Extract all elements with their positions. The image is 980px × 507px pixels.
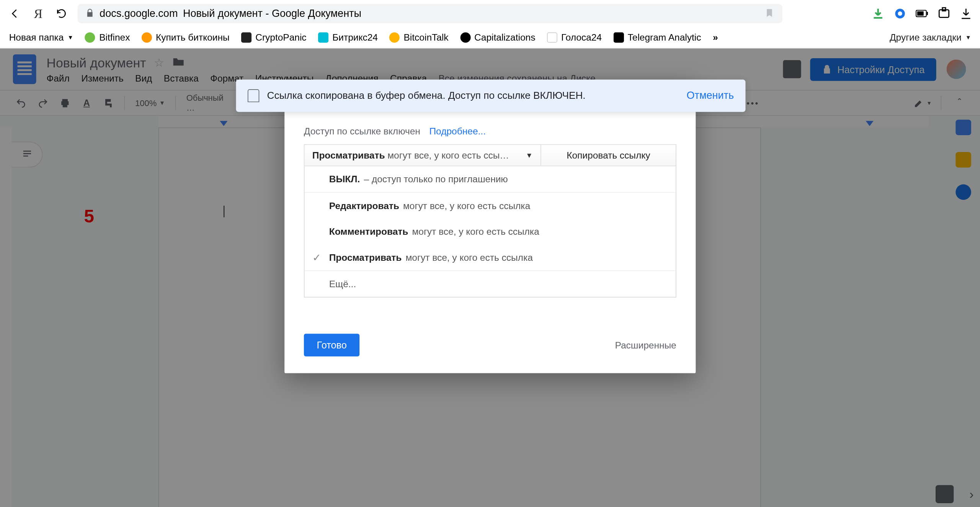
- svg-point-1: [898, 11, 902, 16]
- share-dialog: Ссылка скопирована в буфер обмена. Досту…: [284, 82, 696, 373]
- battery-icon: [916, 7, 929, 20]
- learn-more-link[interactable]: Подробнее...: [430, 126, 486, 136]
- browser-nav-bar: Я docs.google.com Новый документ - Googl…: [0, 0, 980, 27]
- bookmark-item[interactable]: BitcoinTalk: [389, 32, 448, 43]
- bookmarks-bar: Новая папка ▼ Bitfinex Купить биткоины C…: [0, 27, 980, 49]
- permission-options-list: ВЫКЛ. – доступ только по приглашению Ред…: [304, 166, 676, 298]
- other-bookmarks[interactable]: Другие закладки ▼: [890, 32, 971, 43]
- bookmark-folder[interactable]: Новая папка ▼: [9, 32, 74, 43]
- advanced-link[interactable]: Расширенные: [615, 340, 676, 350]
- extension-square-icon[interactable]: [938, 7, 951, 20]
- bookmark-item[interactable]: CryptoPanic: [241, 32, 307, 43]
- bookmark-item[interactable]: Capitalizations: [460, 32, 535, 43]
- option-comment[interactable]: Комментировать могут все, у кого есть сс…: [305, 219, 676, 245]
- option-view[interactable]: ✓ Просматривать могут все, у кого есть с…: [305, 244, 676, 270]
- url-domain: docs.google.com: [100, 8, 178, 19]
- bookmark-item[interactable]: Битрикс24: [318, 32, 378, 43]
- lock-icon: [85, 8, 95, 19]
- svg-rect-3: [927, 12, 928, 15]
- option-more[interactable]: Ещё...: [305, 270, 676, 297]
- back-button[interactable]: [8, 7, 22, 21]
- option-off[interactable]: ВЫКЛ. – доступ только по приглашению: [305, 166, 676, 192]
- permission-dropdown[interactable]: Просматривать могут все, у кого есть ссы…: [305, 145, 541, 165]
- bookmark-item[interactable]: Bitfinex: [85, 32, 130, 43]
- done-button[interactable]: Готово: [304, 334, 360, 357]
- url-title: Новый документ - Google Документы: [183, 8, 361, 19]
- download-arrow-icon[interactable]: [872, 7, 885, 20]
- address-bar[interactable]: docs.google.com Новый документ - Google …: [78, 4, 782, 23]
- browser-tool-icons: [872, 7, 972, 20]
- bookmark-item[interactable]: Telegram Analytic: [613, 32, 701, 43]
- bookmark-item[interactable]: Голоса24: [547, 32, 602, 43]
- extension-circle-icon[interactable]: [893, 7, 906, 20]
- reload-button[interactable]: [54, 7, 69, 21]
- yandex-icon[interactable]: Я: [31, 7, 45, 21]
- undo-link[interactable]: Отменить: [687, 90, 734, 101]
- bookmarks-overflow[interactable]: »: [713, 32, 718, 43]
- downloads-icon[interactable]: [959, 7, 972, 20]
- copy-link-button[interactable]: Копировать ссылку: [541, 145, 676, 165]
- bookmark-icon[interactable]: [764, 7, 774, 20]
- option-edit[interactable]: Редактировать могут все, у кого есть ссы…: [305, 192, 676, 219]
- link-sharing-status: Доступ по ссылке включен: [304, 126, 420, 136]
- toast-message: Ссылка скопирована в буфер обмена. Досту…: [267, 90, 586, 101]
- docs-workspace: Новый документ ☆ Файл Изменить Вид Встав…: [0, 49, 980, 507]
- caret-down-icon: ▼: [526, 151, 532, 159]
- bookmark-item[interactable]: Купить биткоины: [142, 32, 230, 43]
- clipboard-icon: [248, 89, 259, 102]
- check-icon: ✓: [312, 251, 321, 263]
- link-copied-toast: Ссылка скопирована в буфер обмена. Досту…: [236, 80, 745, 112]
- svg-rect-4: [917, 11, 924, 16]
